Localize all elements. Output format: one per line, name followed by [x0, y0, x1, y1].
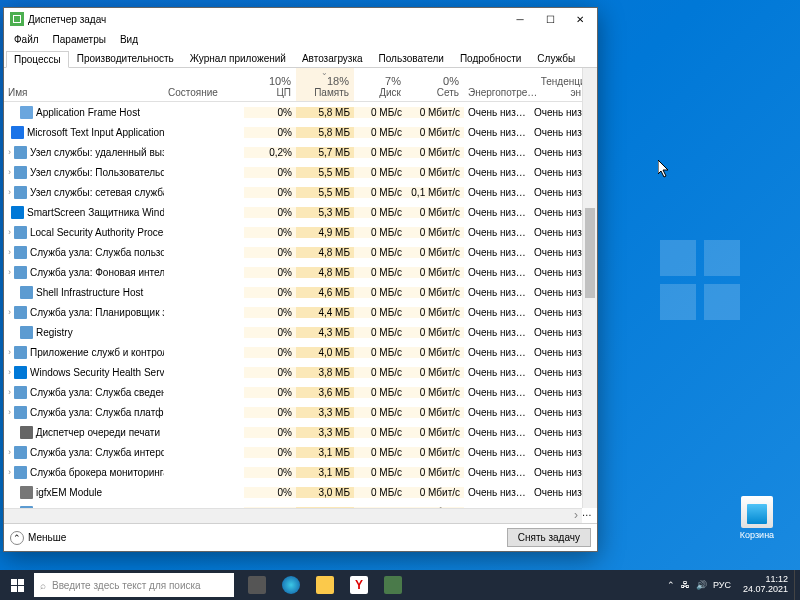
cell-cpu: 0%: [244, 127, 296, 138]
table-row[interactable]: Microsoft Text Input Application0%5,8 МБ…: [4, 122, 597, 142]
tab-app-history[interactable]: Журнал приложений: [182, 50, 294, 67]
cell-disk: 0 МБ/с: [354, 467, 406, 478]
expand-icon[interactable]: ›: [8, 447, 11, 457]
yandex-button[interactable]: Y: [342, 570, 376, 600]
task-manager-button[interactable]: [376, 570, 410, 600]
cell-cpu: 0%: [244, 387, 296, 398]
col-power[interactable]: Энергопотре…: [464, 68, 530, 101]
table-row[interactable]: Registry0%4,3 МБ0 МБ/с0 Мбит/сОчень низк…: [4, 322, 597, 342]
menu-file[interactable]: Файл: [8, 33, 45, 46]
close-button[interactable]: ✕: [565, 9, 595, 29]
tab-users[interactable]: Пользователи: [371, 50, 452, 67]
tab-performance[interactable]: Производительность: [69, 50, 182, 67]
search-icon: ⌕: [40, 580, 46, 591]
menu-options[interactable]: Параметры: [47, 33, 112, 46]
titlebar[interactable]: Диспетчер задач ─ ☐ ✕: [4, 8, 597, 30]
table-row[interactable]: ›Служба брокера мониторинга…0%3,1 МБ0 МБ…: [4, 462, 597, 482]
col-memory[interactable]: ⌄18%Память: [296, 68, 354, 101]
tray-chevron-icon[interactable]: ⌃: [667, 580, 675, 590]
expand-icon[interactable]: ›: [8, 187, 11, 197]
menu-view[interactable]: Вид: [114, 33, 144, 46]
cell-network: 0 Мбит/с: [406, 427, 464, 438]
cell-cpu: 0%: [244, 287, 296, 298]
table-row[interactable]: ›Служба узла: Служба платфо…0%3,3 МБ0 МБ…: [4, 402, 597, 422]
expand-icon[interactable]: ›: [8, 267, 11, 277]
expand-icon[interactable]: ›: [8, 367, 11, 377]
expand-icon[interactable]: ›: [8, 167, 11, 177]
expand-icon[interactable]: ›: [8, 247, 11, 257]
process-icon: [14, 346, 27, 359]
process-icon: [14, 446, 27, 459]
col-disk[interactable]: 7%Диск: [354, 68, 406, 101]
language-indicator[interactable]: РУС: [713, 580, 731, 590]
expand-icon[interactable]: ›: [8, 387, 11, 397]
expand-icon[interactable]: ›: [8, 467, 11, 477]
table-row[interactable]: ›Local Security Authority Process…0%4,9 …: [4, 222, 597, 242]
cell-name: Registry: [4, 326, 164, 339]
table-row[interactable]: Shell Infrastructure Host0%4,6 МБ0 МБ/с0…: [4, 282, 597, 302]
vertical-scrollbar[interactable]: [582, 68, 597, 508]
expand-icon[interactable]: ›: [8, 407, 11, 417]
table-row[interactable]: ›Узел службы: сетевая служба0%5,5 МБ0 МБ…: [4, 182, 597, 202]
table-row[interactable]: ›Узел службы: Пользовательск…0%5,5 МБ0 М…: [4, 162, 597, 182]
process-icon: [11, 126, 24, 139]
table-row[interactable]: igfxEM Module0%3,0 МБ0 МБ/с0 Мбит/сОчень…: [4, 482, 597, 502]
table-row[interactable]: ›Служба узла: Служба пользов…0%4,8 МБ0 М…: [4, 242, 597, 262]
table-row[interactable]: ›Приложение служб и контрол…0%4,0 МБ0 МБ…: [4, 342, 597, 362]
fewer-details-button[interactable]: ⌃ Меньше: [10, 531, 66, 545]
volume-icon[interactable]: 🔊: [696, 580, 707, 590]
cell-name: Microsoft Text Input Application: [4, 126, 164, 139]
tab-details[interactable]: Подробности: [452, 50, 529, 67]
cell-network: 0,1 Мбит/с: [406, 187, 464, 198]
network-icon[interactable]: 🖧: [681, 580, 690, 590]
maximize-button[interactable]: ☐: [535, 9, 565, 29]
col-status[interactable]: Состояние: [164, 68, 244, 101]
table-row[interactable]: ›Служба узла: Фоновая интелл…0%4,8 МБ0 М…: [4, 262, 597, 282]
cell-disk: 0 МБ/с: [354, 447, 406, 458]
scrollbar-thumb[interactable]: [585, 208, 595, 298]
expand-icon[interactable]: ›: [8, 307, 11, 317]
cell-network: 0 Мбит/с: [406, 227, 464, 238]
table-row[interactable]: Диспетчер очереди печати0%3,3 МБ0 МБ/с0 …: [4, 422, 597, 442]
table-body[interactable]: Application Frame Host0%5,8 МБ0 МБ/с0 Мб…: [4, 102, 597, 523]
explorer-button[interactable]: [308, 570, 342, 600]
system-tray[interactable]: ⌃ 🖧 🔊 РУС: [661, 580, 737, 590]
taskbar-search[interactable]: ⌕ Введите здесь текст для поиска: [34, 573, 234, 597]
expand-icon[interactable]: ›: [8, 227, 11, 237]
start-button[interactable]: [0, 570, 34, 600]
table-row[interactable]: Application Frame Host0%5,8 МБ0 МБ/с0 Мб…: [4, 102, 597, 122]
table-row[interactable]: ›Служба узла: Планировщик з…0%4,4 МБ0 МБ…: [4, 302, 597, 322]
cell-memory: 5,3 МБ: [296, 207, 354, 218]
taskbar-clock[interactable]: 11:12 24.07.2021: [737, 575, 794, 595]
cell-power: Очень низкое: [464, 247, 530, 258]
cell-network: 0 Мбит/с: [406, 387, 464, 398]
table-row[interactable]: ›Служба узла: Служба интерфе…0%3,1 МБ0 М…: [4, 442, 597, 462]
col-name[interactable]: Имя: [4, 68, 164, 101]
tab-processes[interactable]: Процессы: [6, 51, 69, 68]
cell-power: Очень низкое: [464, 147, 530, 158]
process-icon: [14, 146, 27, 159]
cell-cpu: 0%: [244, 367, 296, 378]
cell-disk: 0 МБ/с: [354, 267, 406, 278]
col-cpu[interactable]: 10%ЦП: [244, 68, 296, 101]
table-row[interactable]: SmartScreen Защитника Windo…0%5,3 МБ0 МБ…: [4, 202, 597, 222]
table-row[interactable]: ›Служба узла: Служба сведени…0%3,6 МБ0 М…: [4, 382, 597, 402]
horizontal-scrollbar[interactable]: [4, 508, 582, 523]
cell-cpu: 0%: [244, 167, 296, 178]
expand-icon[interactable]: ›: [8, 147, 11, 157]
cell-cpu: 0%: [244, 487, 296, 498]
table-row[interactable]: ›Windows Security Health Service0%3,8 МБ…: [4, 362, 597, 382]
show-desktop-button[interactable]: [794, 570, 800, 600]
expand-icon[interactable]: ›: [8, 347, 11, 357]
table-row[interactable]: ›Узел службы: удаленный выз…0,2%5,7 МБ0 …: [4, 142, 597, 162]
recycle-bin-icon[interactable]: Корзина: [729, 496, 785, 540]
tabs: Процессы Производительность Журнал прило…: [4, 48, 597, 68]
task-view-button[interactable]: [240, 570, 274, 600]
tab-startup[interactable]: Автозагрузка: [294, 50, 371, 67]
tab-services[interactable]: Службы: [529, 50, 583, 67]
cell-cpu: 0%: [244, 307, 296, 318]
end-task-button[interactable]: Снять задачу: [507, 528, 591, 547]
minimize-button[interactable]: ─: [505, 9, 535, 29]
edge-button[interactable]: [274, 570, 308, 600]
col-network[interactable]: 0%Сеть: [406, 68, 464, 101]
